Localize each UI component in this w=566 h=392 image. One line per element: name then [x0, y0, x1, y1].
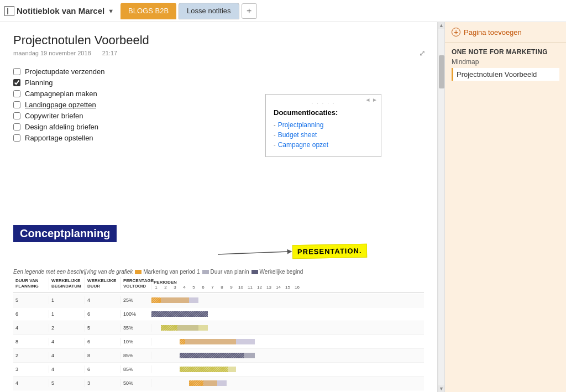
bar-area: [151, 294, 424, 307]
scrollbar[interactable]: ▲ ▼: [438, 22, 444, 392]
cell-pct: 85%: [121, 365, 151, 373]
checklist-checkbox-2[interactable]: [13, 79, 20, 86]
gantt-period-numbers: 1 2 3 4 5 6 7 8 9 10 11 12 13 14: [151, 285, 424, 290]
table-row: 8 4 6 10%: [13, 335, 424, 349]
gantt-bar-svg: [151, 377, 424, 390]
page-date: maandag 19 november 2018 21:17: [13, 50, 424, 56]
cell-plan: 8: [13, 338, 49, 346]
cell-pct: 25%: [121, 296, 151, 304]
cell-plan: 6: [13, 310, 49, 318]
notebook-title[interactable]: Notitieblok van Marcel ▼: [17, 6, 114, 15]
tab-losse-notities[interactable]: Losse notities: [179, 3, 239, 19]
cell-plan: 5: [13, 296, 49, 304]
gantt-col-dur: WERKELIJKE DUUR: [85, 277, 121, 290]
table-row: 6 1 6 100%: [13, 307, 424, 321]
add-page-icon: +: [452, 28, 460, 36]
cell-pct: 35%: [121, 324, 151, 332]
section-group: ONE NOTE FOR MARKETING Mindmap Projectno…: [445, 43, 566, 86]
bar-area: [151, 321, 424, 334]
gantt-bar-svg: [151, 321, 424, 334]
cell-begin: 4: [49, 338, 85, 346]
cell-begin: 1: [49, 310, 85, 318]
doc-box-nav[interactable]: ◄ ►: [365, 97, 378, 103]
bar-area: [151, 363, 424, 376]
cell-dur: 6: [85, 310, 121, 318]
cell-dur: 6: [85, 365, 121, 373]
chart-legend: Een legende met een beschrijving van de …: [13, 269, 424, 275]
table-row: 5 1 4 25%: [13, 294, 424, 307]
document-locaties-box: · · · · · ◄ ► Documentlocaties: - Projec…: [265, 94, 381, 157]
gantt-rows: 5 1 4 25%: [13, 294, 424, 392]
checklist-checkbox-3[interactable]: [13, 90, 20, 97]
gantt-col-begin: WERKELIJKE BEGINDATUM: [49, 277, 85, 290]
notebook-dropdown-icon[interactable]: ▼: [108, 8, 114, 14]
legend-item-1: Markering van period 1: [135, 269, 200, 275]
cell-plan: 3: [13, 365, 49, 373]
cell-begin: 5: [49, 379, 85, 387]
cell-begin: 2: [49, 324, 85, 332]
presentation-note: PRESENTATION.: [292, 244, 367, 259]
gantt-bar-svg: [151, 363, 424, 376]
gantt-bar-svg: [151, 307, 424, 321]
cell-plan: 4: [13, 379, 49, 387]
table-row: 4 2 5 35%: [13, 321, 424, 335]
svg-rect-15: [161, 325, 177, 331]
table-row: 2 4 8 85%: [13, 349, 424, 363]
concept-title: Conceptplanning: [13, 225, 117, 242]
checklist-checkbox-6[interactable]: [13, 123, 20, 130]
cell-dur: 8: [85, 352, 121, 359]
cell-plan: 4: [13, 324, 49, 332]
doc-link-2[interactable]: - Budget sheet: [274, 131, 373, 139]
svg-rect-30: [180, 367, 228, 372]
section-sub: Mindmap: [452, 58, 559, 66]
cell-begin: 4: [49, 365, 85, 373]
cell-dur: 5: [85, 324, 121, 332]
bar-area: [151, 335, 424, 348]
svg-rect-35: [189, 380, 203, 386]
bar-area: [151, 307, 424, 321]
gantt-col-plan: DUUR VAN PLANNING: [13, 277, 49, 290]
content-area: ⤢ Projectnotulen Voorbeeld maandag 19 no…: [0, 22, 438, 392]
cell-pct: 85%: [121, 352, 151, 359]
svg-rect-10: [151, 311, 208, 317]
checklist-checkbox-7[interactable]: [13, 134, 20, 142]
tab-blogs-b2b[interactable]: BLOGS B2B: [120, 3, 176, 19]
cell-begin: 4: [49, 352, 85, 359]
top-bar: Notitieblok van Marcel ▼ BLOGS B2B Losse…: [0, 0, 566, 22]
doc-link-3[interactable]: - Campagne opzet: [274, 141, 373, 149]
gantt-bar-svg: [151, 294, 424, 307]
bar-area: [151, 377, 424, 390]
doc-link-1[interactable]: - Projectplanning: [274, 121, 373, 129]
main-layout: ⤢ Projectnotulen Voorbeeld maandag 19 no…: [0, 22, 566, 392]
cell-pct: 50%: [121, 379, 151, 387]
svg-rect-19: [180, 339, 236, 344]
cell-dur: 3: [85, 379, 121, 387]
checklist-checkbox-1[interactable]: [13, 68, 20, 75]
page-title: Projectnotulen Voorbeeld: [13, 33, 424, 48]
scroll-thumb[interactable]: [439, 55, 444, 88]
checklist-item: Planning: [13, 79, 424, 87]
scroll-up-arrow[interactable]: ▲: [438, 22, 444, 29]
add-page-button[interactable]: + Pagina toevoegen: [445, 22, 566, 43]
doc-box-handle: · · · · ·: [274, 100, 373, 106]
scroll-down-arrow[interactable]: ▼: [438, 385, 444, 392]
svg-line-0: [218, 252, 290, 254]
svg-rect-5: [151, 297, 161, 303]
cell-dur: 6: [85, 338, 121, 346]
section-name: ONE NOTE FOR MARKETING: [452, 48, 559, 56]
checklist-item: Projectupdate verzenden: [13, 67, 424, 76]
section-page-item[interactable]: Projectnotulen Voorbeeld: [452, 68, 559, 81]
legend-item-3: Werkelijke begind: [251, 269, 303, 275]
gantt-bar-svg: [151, 335, 424, 348]
add-tab-button[interactable]: +: [242, 3, 257, 19]
bar-area: [151, 349, 424, 362]
checklist-checkbox-5[interactable]: [13, 112, 20, 119]
gantt-bar-svg: [151, 349, 424, 362]
gantt-periods-label: PERIODEN: [151, 280, 424, 285]
svg-rect-20: [180, 339, 185, 344]
svg-rect-25: [180, 353, 244, 358]
cell-pct: 10%: [121, 338, 151, 346]
notebook-icon: [4, 6, 14, 16]
checklist-checkbox-4[interactable]: [13, 101, 20, 108]
resize-icon[interactable]: ⤢: [419, 49, 426, 58]
